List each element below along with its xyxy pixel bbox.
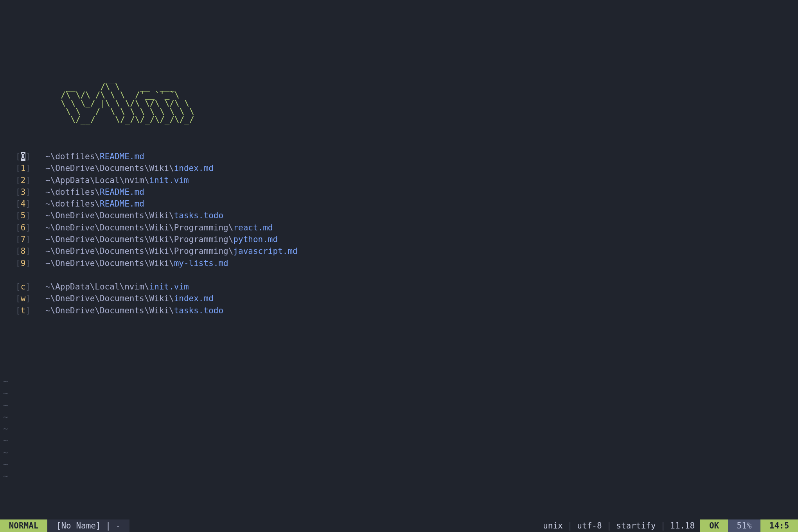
entry-filename: README.md	[100, 199, 144, 208]
entry-path: ~\OneDrive\Documents\Wiki\	[45, 294, 174, 303]
entry-key: 5	[21, 211, 26, 220]
entry-key: 3	[21, 187, 26, 197]
mru-item[interactable]: [7] ~\OneDrive\Documents\Wiki\Programmin…	[16, 234, 798, 245]
entry-path: ~\OneDrive\Documents\Wiki\	[45, 259, 174, 268]
scroll-percent: 51%	[728, 519, 760, 532]
encoding: utf-8	[575, 522, 604, 530]
entry-key: 2	[21, 176, 26, 185]
entry-key: 4	[21, 199, 26, 208]
entry-filename: tasks.todo	[174, 211, 223, 220]
bookmark-list: [c] ~\AppData\Local\nvim\init.vim[w] ~\O…	[16, 281, 798, 316]
mru-item[interactable]: [9] ~\OneDrive\Documents\Wiki\my-lists.m…	[16, 257, 798, 269]
mru-item[interactable]: [5] ~\OneDrive\Documents\Wiki\tasks.todo	[16, 210, 798, 221]
entry-filename: index.md	[174, 294, 214, 303]
mru-item[interactable]: [3] ~\dotfiles\README.md	[16, 186, 798, 198]
entry-path: ~\dotfiles\	[45, 152, 100, 161]
entry-path: ~\dotfiles\	[45, 187, 100, 197]
mru-item[interactable]: [8] ~\OneDrive\Documents\Wiki\Programmin…	[16, 245, 798, 257]
entry-key: t	[21, 306, 26, 315]
entry-filename: my-lists.md	[174, 259, 228, 268]
mru-item[interactable]: [2] ~\AppData\Local\nvim\init.vim	[16, 174, 798, 186]
bookmark-item[interactable]: [c] ~\AppData\Local\nvim\init.vim	[16, 281, 798, 293]
entry-path: ~\OneDrive\Documents\Wiki\	[45, 164, 174, 173]
mru-list: [0] ~\dotfiles\README.md[1] ~\OneDrive\D…	[16, 151, 798, 269]
mru-item[interactable]: [6] ~\OneDrive\Documents\Wiki\Programmin…	[16, 222, 798, 234]
entry-path: ~\AppData\Local\nvim\	[45, 176, 149, 185]
status-right: unix | utf-8 | startify | 11.18 OK 51% 1…	[541, 519, 798, 532]
entry-filename: index.md	[174, 164, 214, 173]
entry-filename: javascript.md	[233, 246, 297, 256]
entry-key: 7	[21, 235, 26, 244]
mru-item[interactable]: [0] ~\dotfiles\README.md	[16, 151, 798, 162]
entry-filename: init.vim	[149, 282, 189, 291]
empty-line-tildes: ~ ~ ~ ~ ~ ~ ~ ~ ~	[3, 376, 8, 482]
separator-icon: |	[658, 522, 668, 530]
entry-path: ~\AppData\Local\nvim\	[45, 282, 149, 291]
entry-filename: tasks.todo	[174, 306, 223, 315]
ascii-header: __ __ /\ \ __ ___ /\ \/\ /\ \ \ /'__`'_`…	[16, 75, 798, 124]
bookmark-item[interactable]: [w] ~\OneDrive\Documents\Wiki\index.md	[16, 293, 798, 304]
entry-filename: README.md	[100, 187, 144, 197]
entry-path: ~\OneDrive\Documents\Wiki\Programming\	[45, 235, 233, 244]
entry-key: 9	[21, 259, 26, 268]
entry-key: c	[21, 282, 26, 291]
statusline: NORMAL [No Name] | - unix | utf-8 | star…	[0, 519, 798, 532]
entry-key: 6	[21, 223, 26, 232]
mru-item[interactable]: [1] ~\OneDrive\Documents\Wiki\index.md	[16, 162, 798, 174]
entry-key: 0	[21, 152, 26, 161]
entry-filename: init.vim	[149, 176, 189, 185]
entry-key: 1	[21, 164, 26, 173]
diagnostics-ok: OK	[700, 519, 728, 532]
entry-key: 8	[21, 246, 26, 256]
entry-path: ~\OneDrive\Documents\Wiki\	[45, 211, 174, 220]
cursor-position: 14:5	[760, 519, 798, 532]
buffer-name: [No Name] | -	[47, 519, 129, 532]
startup-time: 11.18	[668, 522, 697, 530]
entry-path: ~\OneDrive\Documents\Wiki\Programming\	[45, 223, 233, 232]
entry-filename: python.md	[233, 235, 278, 244]
filetype: startify	[614, 522, 658, 530]
entry-path: ~\OneDrive\Documents\Wiki\Programming\	[45, 246, 233, 256]
separator-icon: |	[604, 522, 614, 530]
entry-filename: react.md	[233, 223, 273, 232]
entry-key: w	[21, 294, 26, 303]
startify-buffer: __ __ /\ \ __ ___ /\ \/\ /\ \ \ /'__`'_`…	[0, 0, 798, 316]
separator-icon: |	[565, 522, 575, 530]
entry-path: ~\OneDrive\Documents\Wiki\	[45, 306, 174, 315]
entry-path: ~\dotfiles\	[45, 199, 100, 208]
mru-item[interactable]: [4] ~\dotfiles\README.md	[16, 198, 798, 210]
entry-filename: README.md	[100, 152, 144, 161]
mode-indicator: NORMAL	[0, 519, 47, 532]
fileformat: unix	[541, 522, 565, 530]
bookmark-item[interactable]: [t] ~\OneDrive\Documents\Wiki\tasks.todo	[16, 305, 798, 316]
